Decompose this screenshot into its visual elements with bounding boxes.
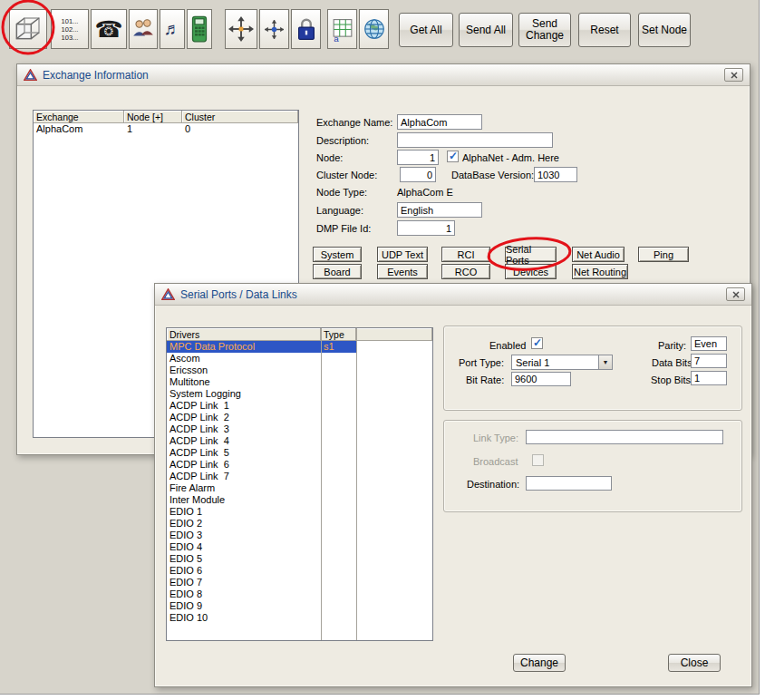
send-all-button[interactable]: Send All	[459, 13, 513, 47]
data-bits-field[interactable]	[691, 354, 727, 368]
desktop-background: 101... 102... 103... ☎ ♬	[0, 0, 760, 695]
devices-button[interactable]: Devices	[505, 264, 557, 279]
column-header-exchange[interactable]: Exchange	[34, 111, 124, 122]
exchange-close-button[interactable]	[724, 68, 743, 82]
driver-row[interactable]: System Logging	[167, 388, 432, 400]
change-button[interactable]: Change	[513, 654, 566, 672]
driver-row[interactable]: ACDP Link 6	[167, 459, 432, 471]
net-audio-button[interactable]: Net Audio	[572, 247, 625, 262]
directory-list-button[interactable]: 101... 102... 103...	[51, 9, 89, 49]
column-header-node[interactable]: Node [+]	[124, 111, 182, 122]
send-change-button[interactable]: Send Change	[518, 13, 571, 47]
description-field[interactable]	[397, 132, 553, 148]
export-sheet-button[interactable]: a	[327, 9, 357, 49]
alphacom-logo-icon	[24, 69, 37, 82]
column-header-drivers[interactable]: Drivers	[167, 328, 321, 340]
driver-row[interactable]: EDIO 2	[167, 518, 432, 530]
port-type-dropdown[interactable]: Serial 1 ▼	[511, 355, 613, 370]
driver-row[interactable]: EDIO 4	[167, 541, 432, 553]
driver-row[interactable]: ACDP Link 5	[167, 447, 432, 459]
reset-button[interactable]: Reset	[578, 13, 631, 47]
ping-button[interactable]: Ping	[638, 247, 689, 262]
exchange-name-field[interactable]	[397, 114, 482, 130]
driver-row[interactable]: EDIO 10	[167, 612, 432, 624]
driver-row[interactable]: Multitone	[167, 376, 432, 388]
set-node-button[interactable]: Set Node	[638, 13, 691, 47]
driver-row[interactable]: EDIO 5	[167, 553, 432, 565]
serial-window-titlebar[interactable]: Serial Ports / Data Links	[155, 284, 751, 306]
driver-type-cell	[321, 494, 356, 506]
events-button[interactable]: Events	[377, 264, 428, 279]
exchange-window-titlebar[interactable]: Exchange Information	[17, 64, 750, 86]
move-tool-button[interactable]	[225, 9, 257, 49]
board-button[interactable]: Board	[313, 264, 362, 279]
network-button[interactable]	[359, 9, 389, 49]
parity-field[interactable]	[691, 336, 727, 351]
udp-text-button[interactable]: UDP Text	[377, 247, 428, 262]
audio-program-button[interactable]: ♬	[160, 9, 185, 49]
drivers-list[interactable]: Drivers Type MPC Data Protocols1AscomEri…	[166, 327, 433, 641]
cube-icon	[14, 15, 43, 44]
driver-row[interactable]: ACDP Link 7	[167, 471, 432, 482]
driver-row[interactable]: Ericsson	[167, 365, 432, 376]
net-routing-button[interactable]: Net Routing	[572, 264, 628, 279]
serial-window-title: Serial Ports / Data Links	[180, 288, 297, 301]
driver-row[interactable]: ACDP Link 4	[167, 435, 432, 447]
rci-button[interactable]: RCI	[441, 247, 490, 262]
driver-blank-cell	[356, 600, 432, 612]
node-field[interactable]	[397, 150, 439, 165]
rco-button[interactable]: RCO	[441, 264, 490, 279]
get-all-button[interactable]: Get All	[399, 13, 453, 47]
driver-row[interactable]: Inter Module	[167, 494, 432, 506]
center-cross-icon	[263, 18, 286, 41]
driver-row[interactable]: ACDP Link 2	[167, 412, 432, 423]
driver-row[interactable]: ACDP Link 1	[167, 400, 432, 412]
driver-row[interactable]: EDIO 7	[167, 577, 432, 588]
cluster-node-field[interactable]	[400, 167, 436, 182]
enabled-checkbox[interactable]	[531, 337, 543, 349]
driver-row[interactable]: Fire Alarm	[167, 482, 432, 494]
column-header-cluster[interactable]: Cluster	[182, 111, 298, 122]
language-field[interactable]	[397, 202, 482, 218]
driver-blank-cell	[356, 435, 432, 447]
bit-rate-field[interactable]	[511, 372, 571, 386]
column-header-type[interactable]: Type	[321, 328, 356, 340]
driver-row[interactable]: EDIO 9	[167, 600, 432, 612]
column-header-blank[interactable]	[356, 328, 432, 340]
driver-row[interactable]: EDIO 6	[167, 565, 432, 577]
driver-row[interactable]: ACDP Link 3	[167, 423, 432, 435]
serial-ports-button[interactable]: Serial Ports	[505, 247, 557, 262]
driver-row[interactable]: Ascom	[167, 353, 432, 365]
driver-type-cell	[321, 612, 356, 624]
driver-row[interactable]: EDIO 8	[167, 588, 432, 600]
users-button[interactable]	[129, 9, 158, 49]
center-tool-button[interactable]	[259, 9, 289, 49]
driver-row[interactable]: EDIO 1	[167, 506, 432, 518]
dmp-file-id-field[interactable]	[397, 220, 455, 236]
security-button[interactable]	[291, 9, 321, 49]
chevron-down-icon[interactable]: ▼	[598, 355, 612, 369]
stop-bits-field[interactable]	[691, 371, 727, 385]
main-toolbar: 101... 102... 103... ☎ ♬	[0, 0, 760, 58]
destination-field[interactable]	[526, 476, 612, 491]
driver-name-cell: System Logging	[167, 388, 321, 400]
alphanet-checkbox[interactable]	[447, 151, 459, 162]
number-list-icon: 101... 102... 103...	[62, 17, 79, 42]
serial-close-button[interactable]	[726, 287, 745, 301]
exchange-cube-button[interactable]	[9, 9, 47, 49]
driver-type-cell	[321, 388, 356, 400]
close-button[interactable]: Close	[668, 654, 721, 672]
node-cell: 1	[124, 123, 182, 135]
broadcast-label: Broadcast	[473, 456, 518, 468]
driver-blank-cell	[356, 341, 432, 353]
driver-row[interactable]: MPC Data Protocols1	[167, 341, 432, 353]
driver-row[interactable]: EDIO 3	[167, 530, 432, 541]
driver-blank-cell	[356, 365, 432, 376]
driver-type-cell	[321, 365, 356, 376]
destination-label: Destination:	[467, 479, 519, 491]
database-version-field[interactable]	[534, 167, 577, 182]
station-button[interactable]	[187, 9, 212, 49]
exchange-row[interactable]: AlphaCom 1 0	[34, 123, 298, 135]
phone-button[interactable]: ☎	[91, 9, 127, 49]
system-button[interactable]: System	[313, 247, 362, 262]
